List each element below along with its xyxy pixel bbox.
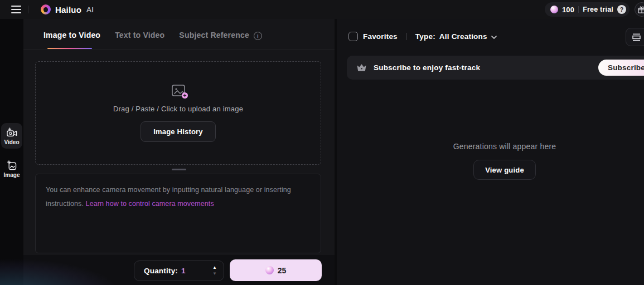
pill-divider	[578, 6, 579, 13]
panel-resize-handle[interactable]	[172, 169, 186, 170]
left-nav-rail: Video Image	[0, 19, 23, 285]
view-guide-button[interactable]: View guide	[473, 160, 536, 180]
quantity-label: Quantity:	[144, 267, 178, 275]
help-button[interactable]: ?	[617, 5, 626, 14]
active-tab-underline	[47, 48, 92, 50]
brand-name: Hailuo	[55, 5, 81, 14]
camera-movements-link[interactable]: Learn how to control camera movements	[86, 200, 214, 208]
top-bar: Hailuo AI 100 Free trial ?	[0, 0, 644, 19]
empty-state: Generations will appear here View guide	[337, 142, 644, 180]
prompt-input[interactable]: You can enhance camera movement by input…	[35, 174, 321, 253]
image-plus-icon	[7, 160, 17, 170]
stepper-up-button[interactable]: ▲	[212, 266, 217, 270]
image-history-button[interactable]: Image History	[141, 121, 216, 142]
mode-tabs: Image to Video Text to Video Subject Ref…	[23, 19, 335, 50]
free-trial-label: Free trial	[583, 6, 613, 13]
gift-icon	[638, 6, 644, 13]
cost-gem-icon	[265, 266, 274, 274]
tab-label: Subject Reference	[179, 31, 249, 40]
generation-settings-panel: Image to Video Text to Video Subject Ref…	[23, 19, 335, 285]
chevron-down-icon	[487, 35, 497, 39]
filter-divider	[406, 33, 407, 40]
sidebar-item-video[interactable]: Video	[1, 123, 22, 149]
info-icon[interactable]: i	[254, 32, 262, 40]
generate-cost: 25	[278, 266, 287, 275]
tab-label: Text to Video	[115, 31, 164, 40]
sidebar-item-image[interactable]: Image	[1, 156, 22, 181]
app-window: Hailuo AI 100 Free trial ?	[0, 0, 644, 285]
quantity-value: 1	[181, 267, 186, 275]
display-mode-button[interactable]	[626, 28, 644, 46]
add-plus-badge-icon	[182, 92, 188, 99]
credits-amount: 100	[562, 6, 574, 14]
favorites-checkbox[interactable]	[348, 32, 358, 41]
quantity-stepper[interactable]: Quantity: 1 ▲ ▼	[134, 261, 224, 281]
image-upload-dropzone[interactable]: Drag / Paste / Click to upload an image …	[35, 61, 321, 165]
video-camera-plus-icon	[6, 127, 18, 137]
tab-label: Image to Video	[43, 31, 100, 40]
topbar-divider	[28, 6, 28, 13]
credits-gem-icon	[550, 6, 558, 13]
type-filter-dropdown[interactable]: Type: All Creations	[415, 32, 497, 41]
banner-text: Subscribe to enjoy fast-track	[374, 63, 480, 72]
credits-pill[interactable]: 100 Free trial ?	[545, 2, 630, 17]
image-upload-icon	[171, 84, 186, 97]
hailuo-logo-icon	[41, 4, 51, 14]
favorites-label[interactable]: Favorites	[363, 32, 398, 41]
crown-icon	[356, 63, 367, 72]
empty-state-message: Generations will appear here	[453, 142, 556, 151]
brand-home-link[interactable]: Hailuo AI	[41, 4, 94, 14]
stepper-down-button[interactable]: ▼	[212, 272, 217, 276]
hamburger-menu-button[interactable]	[11, 6, 21, 14]
creations-filter-row: Favorites Type: All Creations	[337, 19, 644, 41]
subscribe-button[interactable]: Subscribe	[598, 60, 644, 76]
stepper-arrows: ▲ ▼	[212, 266, 217, 276]
tab-image-to-video[interactable]: Image to Video	[43, 31, 100, 49]
sidebar-item-label: Video	[4, 139, 19, 145]
generate-button[interactable]: 25	[230, 259, 322, 281]
brand-suffix: AI	[86, 6, 94, 14]
subscribe-banner: Subscribe to enjoy fast-track Subscribe	[347, 56, 644, 80]
type-label: Type:	[415, 32, 435, 41]
type-selected-value: All Creations	[439, 32, 487, 41]
creations-panel: Favorites Type: All Creations	[337, 19, 644, 285]
display-mode-icon	[632, 33, 641, 41]
tab-subject-reference[interactable]: Subject Reference i	[179, 31, 262, 49]
tab-text-to-video[interactable]: Text to Video	[115, 31, 164, 49]
upload-hint-text: Drag / Paste / Click to upload an image	[113, 105, 243, 113]
topbar-right-group: 100 Free trial ?	[545, 2, 644, 17]
gift-button[interactable]	[635, 2, 644, 17]
generation-footer-bar: Quantity: 1 ▲ ▼ 25	[23, 255, 335, 285]
sidebar-item-label: Image	[4, 172, 20, 178]
